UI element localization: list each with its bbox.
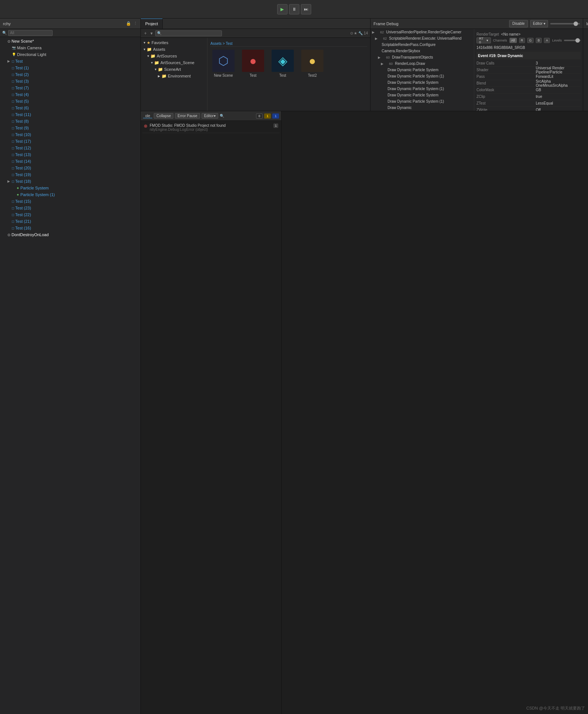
ztest-value: LessEqual (536, 101, 581, 105)
list-item[interactable]: ◈Test (270, 50, 296, 77)
list-item[interactable]: ▶📁Environment (141, 73, 207, 79)
fd-list-item-text: Draw Dynamic (388, 106, 412, 110)
list-item[interactable]: □ Test (7) (0, 85, 140, 91)
list-item[interactable]: Draw Dynamic Particle System (371, 92, 474, 98)
event-header: Event #19: Draw Dynamic (476, 52, 581, 59)
console-tab[interactable]: ole (143, 114, 152, 118)
list-item[interactable]: □ Test (14) (0, 158, 140, 165)
list-item[interactable]: Draw Dynamic Particle System (1) (371, 98, 474, 105)
error-pause-button[interactable]: Error Pause (175, 113, 200, 119)
project-search-input[interactable] (155, 30, 222, 36)
list-item[interactable]: Camera.RenderSkybox (371, 48, 474, 54)
ch-all-btn[interactable]: All (509, 38, 517, 43)
list-item[interactable]: Draw Dynamic (371, 105, 474, 111)
list-item[interactable]: ▼📁ArtSources (141, 53, 207, 59)
console-item[interactable]: ⊗ FMOD Studio: FMOD Studio Project not f… (142, 122, 280, 133)
list-item[interactable]: ▶62ScriptableRenderer.Execute: Universal… (371, 35, 474, 42)
console-panel: ole Collapse Error Pause Editor▾ 🔍 0 1 1 (141, 111, 282, 714)
project-toolbar: + ▾ ⊙ ★ 🔧 14 (141, 29, 370, 38)
hierarchy-item-name: Particle System (1) (20, 192, 55, 197)
inspector-header: Inspector 🔒 ⋮ 🔧 14 (583, 19, 588, 29)
hierarchy-panel: rchy 🔒 ⋮ 🔍 ⊙ New Scene*📷 Main Camera💡 Di… (0, 19, 141, 714)
list-item[interactable]: □ Test (12) (0, 145, 140, 151)
list-item[interactable]: □ Test (10) (0, 131, 140, 138)
list-item[interactable]: ▼★Favorites (141, 39, 207, 46)
tree-item-name: ArtSources_Scene (160, 60, 195, 65)
fd-list-item-text: ScriptableRenderer.Execute: UniversalRen… (389, 36, 462, 40)
list-item[interactable]: □ Test (3) (0, 78, 140, 85)
bottom-area: ole Collapse Error Pause Editor▾ 🔍 0 1 1 (141, 111, 588, 714)
list-item[interactable]: □ Test (9) (0, 125, 140, 131)
list-item[interactable]: 📷 Main Camera (0, 44, 140, 51)
hierarchy-item-name: Test (20) (15, 166, 31, 170)
list-item[interactable]: ⊙ DontDestroyOnLoad (0, 231, 140, 238)
right-side: Project + ▾ ⊙ ★ 🔧 14 ▼★Favorites▼📁Assets… (141, 19, 588, 714)
frame-debug-content: ▶62UniversalRenderPipeline.RenderSingleC… (371, 29, 583, 111)
ch-g-btn[interactable]: G (527, 38, 534, 43)
list-item[interactable]: □ Test (13) (0, 151, 140, 158)
list-item[interactable]: □ Test (23) (0, 205, 140, 211)
tab-project[interactable]: Project (141, 19, 163, 29)
editor-button[interactable]: Editor▾ (202, 113, 218, 119)
ch-a-btn[interactable]: A (544, 38, 550, 43)
list-item[interactable]: □ Test (22) (0, 211, 140, 218)
hierarchy-more[interactable]: ⋮ (133, 21, 137, 26)
asset-breadcrumb: Assets > Test (210, 41, 367, 47)
project-panel: Project + ▾ ⊙ ★ 🔧 14 ▼★Favorites▼📁Assets… (141, 19, 371, 111)
rt-dropdown[interactable]: RT 0 ▾ (476, 37, 491, 43)
disable-button[interactable]: Disable (509, 20, 528, 27)
list-item[interactable]: Draw Dynamic Particle System (371, 79, 474, 86)
list-item[interactable]: □ Test (2) (0, 71, 140, 78)
tree-item-name: Favorites (152, 40, 168, 45)
list-item[interactable]: ●Test (240, 50, 266, 77)
list-item[interactable]: □ Test (15) (0, 198, 140, 205)
list-item[interactable]: □ Test (11) (0, 111, 140, 118)
list-item[interactable]: □ Test (1) (0, 65, 140, 71)
list-item[interactable]: Draw Dynamic Particle System (371, 67, 474, 73)
list-item[interactable]: ⬡New Scene (210, 50, 236, 77)
tree-item-name: ArtSources (157, 54, 177, 58)
list-item[interactable]: □ Test (16) (0, 225, 140, 231)
list-item[interactable]: 💡 Directional Light (0, 51, 140, 58)
collapse-button[interactable]: Collapse (154, 113, 173, 119)
list-item[interactable]: □ Test (19) (0, 171, 140, 178)
list-item[interactable]: □ Test (17) (0, 138, 140, 145)
list-item[interactable]: ▼📁Assets (141, 46, 207, 53)
list-item[interactable]: ⊙ New Scene* (0, 38, 140, 44)
ch-b-btn[interactable]: B (536, 38, 542, 43)
pause-button[interactable]: ⏸ (289, 4, 299, 14)
list-item[interactable]: ▼📁ArtSources_Scene (141, 59, 207, 66)
list-item[interactable]: ▶60DrawTransparentObjects (371, 54, 474, 60)
step-button[interactable]: ⏭ (301, 4, 311, 14)
levels-slider[interactable] (564, 40, 581, 41)
list-item[interactable]: ▶60RenderLoop.Draw (371, 60, 474, 67)
list-item[interactable]: Draw Dynamic Particle System (1) (371, 86, 474, 92)
list-item[interactable]: ▶□ Test (18) (0, 178, 140, 185)
list-item[interactable]: ✦ Particle System (0, 185, 140, 191)
list-item[interactable]: □ Test (6) (0, 105, 140, 111)
list-item[interactable]: □ Test (8) (0, 118, 140, 125)
list-item[interactable]: ●Test2 (299, 50, 325, 77)
frame-slider[interactable] (550, 23, 580, 24)
fd-channels-row: RT 0 ▾ Channels All R G B A Levels (476, 37, 581, 43)
list-item[interactable]: □ Test (21) (0, 218, 140, 225)
hierarchy-item-name: Test (18) (15, 179, 31, 184)
list-item[interactable]: ▼📁SceneArt (141, 66, 207, 73)
list-item[interactable]: ✦ Particle System (1) (0, 191, 140, 198)
list-item[interactable]: ScriptableRenderPass.Configure (371, 42, 474, 48)
list-item[interactable]: ▶□ Test (0, 58, 140, 65)
list-item[interactable]: Draw Dynamic Particle System (1) (371, 73, 474, 79)
project-add-button[interactable]: + (143, 31, 148, 36)
hierarchy-search-input[interactable] (8, 30, 53, 36)
list-item[interactable]: □ Test (5) (0, 98, 140, 105)
ch-r-btn[interactable]: R (519, 38, 525, 43)
editor-dropdown[interactable]: Editor ▾ (530, 20, 548, 27)
project-assets: Assets > Test ⬡New Scene●Test◈Test●Test2 (207, 38, 370, 111)
list-item[interactable]: □ Test (4) (0, 91, 140, 98)
hierarchy-item-name: Test (10) (15, 132, 31, 137)
list-item[interactable]: ▶62UniversalRenderPipeline.RenderSingleC… (371, 29, 474, 35)
project-more-button[interactable]: ▾ (149, 31, 154, 36)
list-item[interactable]: □ Test (20) (0, 165, 140, 171)
hierarchy-lock[interactable]: 🔒 (126, 21, 131, 26)
play-button[interactable]: ▶ (277, 4, 288, 14)
